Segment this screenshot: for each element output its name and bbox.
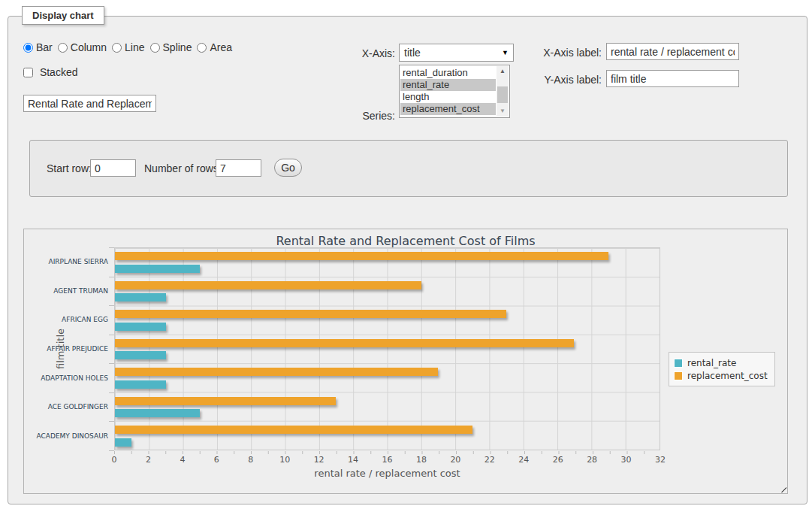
scroll-up-icon[interactable]: ▲ bbox=[497, 66, 509, 77]
bar-replacement_cost[interactable] bbox=[115, 310, 506, 318]
x-axis-tick-label: 0 bbox=[112, 455, 117, 465]
x-axis-tick-label: 12 bbox=[314, 455, 324, 465]
y-axis-tick bbox=[109, 247, 114, 248]
x-axis-tick-label: 10 bbox=[279, 455, 290, 465]
x-axis-title: rental rate / replacement cost bbox=[114, 468, 660, 479]
series-multiselect[interactable]: rental_durationrental_ratelengthreplacem… bbox=[399, 65, 510, 118]
bar-rental_rate[interactable] bbox=[115, 293, 166, 301]
bar-replacement_cost[interactable] bbox=[115, 281, 421, 289]
start-row-input[interactable] bbox=[90, 159, 136, 177]
x-axis-tick-label: 16 bbox=[382, 455, 393, 465]
chart-title: Rental Rate and Replacement Cost of Film… bbox=[24, 234, 787, 248]
chart-type-radio-area[interactable] bbox=[197, 43, 207, 53]
x-axis-tick-label: 20 bbox=[450, 455, 460, 465]
x-axis-minor-ticks bbox=[114, 451, 661, 454]
scroll-down-icon[interactable]: ▼ bbox=[497, 106, 509, 117]
chart-legend: rental_ratereplacement_cost bbox=[669, 352, 775, 386]
chart-type-radio-column[interactable] bbox=[58, 43, 68, 53]
x-axis-tick-label: 6 bbox=[214, 455, 219, 465]
chart-type-option-line: Line bbox=[112, 41, 144, 53]
bar-rental_rate[interactable] bbox=[115, 380, 166, 389]
chart-type-option-bar: Bar bbox=[23, 41, 53, 53]
row-range-panel: Start row: Number of rows: Go bbox=[29, 140, 788, 197]
chart-type-option-spline: Spline bbox=[150, 41, 192, 53]
series-option-length[interactable]: length bbox=[400, 91, 496, 103]
x-axis-label-input[interactable] bbox=[606, 43, 739, 60]
dropdown-arrow-icon: ▼ bbox=[502, 49, 509, 56]
chart-type-option-column: Column bbox=[58, 41, 107, 53]
legend-swatch-icon bbox=[674, 371, 683, 380]
series-list-label: Series: bbox=[324, 110, 395, 122]
x-axis-tick-label: 28 bbox=[587, 455, 597, 465]
x-axis-tick-label: 18 bbox=[416, 455, 427, 465]
bar-rental_rate[interactable] bbox=[115, 438, 131, 447]
chart-container: Rental Rate and Replacement Cost of Film… bbox=[23, 229, 788, 494]
x-axis-tick-label: 4 bbox=[180, 455, 185, 465]
resize-handle-icon[interactable] bbox=[777, 483, 786, 492]
bar-replacement_cost[interactable] bbox=[115, 339, 574, 347]
category-label: AFRICAN EGG bbox=[24, 315, 108, 324]
category-label: ACADEMY DINOSAUR bbox=[24, 432, 108, 441]
x-axis-select[interactable]: title ▼ bbox=[399, 44, 514, 62]
chart-type-radio-line[interactable] bbox=[112, 43, 122, 53]
number-of-rows-input[interactable] bbox=[216, 159, 261, 177]
bar-rental_rate[interactable] bbox=[115, 265, 200, 273]
bar-replacement_cost[interactable] bbox=[115, 397, 336, 405]
y-axis-tick bbox=[109, 363, 114, 364]
y-axis-tick bbox=[109, 335, 114, 335]
bar-replacement_cost[interactable] bbox=[115, 426, 472, 434]
y-axis-tick bbox=[109, 277, 114, 277]
go-button[interactable]: Go bbox=[274, 159, 302, 177]
bar-rental_rate[interactable] bbox=[115, 409, 200, 417]
bar-rental_rate[interactable] bbox=[115, 323, 166, 331]
chart-type-option-label: Column bbox=[71, 41, 107, 53]
y-axis-label-field-label: Y-Axis label: bbox=[519, 74, 602, 86]
chart-type-radio-spline[interactable] bbox=[150, 43, 160, 53]
stacked-option: Stacked bbox=[23, 66, 77, 78]
series-options: rental_durationrental_ratelengthreplacem… bbox=[400, 67, 496, 115]
chart-type-option-label: Spline bbox=[163, 41, 192, 53]
category-label: ACE GOLDFINGER bbox=[24, 402, 108, 411]
chart-type-radio-bar[interactable] bbox=[23, 43, 33, 53]
start-row-label: Start row: bbox=[47, 162, 92, 174]
x-axis-tick-label: 14 bbox=[348, 455, 358, 465]
stacked-label: Stacked bbox=[40, 66, 78, 78]
x-axis-tick-label: 26 bbox=[553, 455, 563, 465]
y-axis-tick bbox=[109, 305, 114, 306]
y-axis-tick bbox=[109, 421, 114, 422]
bar-rental_rate[interactable] bbox=[115, 351, 166, 359]
category-label: AIRPLANE SIERRA bbox=[24, 257, 108, 266]
category-label: AGENT TRUMAN bbox=[24, 286, 108, 295]
number-of-rows-label: Number of rows: bbox=[144, 162, 222, 174]
legend-label: rental_rate bbox=[687, 358, 736, 368]
x-axis-tick-label: 8 bbox=[248, 455, 253, 465]
chart-type-option-area: Area bbox=[197, 41, 232, 53]
chart-type-option-label: Line bbox=[125, 41, 144, 53]
x-axis-selected-value: title bbox=[404, 47, 421, 59]
stacked-checkbox[interactable] bbox=[23, 68, 33, 77]
legend-item-replacement_cost[interactable]: replacement_cost bbox=[674, 369, 768, 382]
bar-replacement_cost[interactable] bbox=[115, 252, 608, 260]
x-axis-tick-label: 22 bbox=[484, 455, 495, 465]
x-axis-select-label: X-Axis: bbox=[324, 47, 395, 59]
series-option-rental_duration[interactable]: rental_duration bbox=[400, 67, 496, 79]
legend-item-rental_rate[interactable]: rental_rate bbox=[674, 356, 768, 369]
y-axis-label-input[interactable] bbox=[606, 70, 739, 87]
scrollbar-thumb[interactable] bbox=[497, 86, 508, 103]
x-axis-label-field-label: X-Axis label: bbox=[519, 47, 602, 59]
chart-title-input[interactable] bbox=[23, 95, 156, 112]
x-axis-tick-label: 24 bbox=[518, 455, 529, 465]
y-axis-tick bbox=[109, 450, 114, 451]
listbox-scrollbar[interactable]: ▲ ▼ bbox=[497, 66, 509, 117]
legend-swatch-icon bbox=[674, 359, 683, 368]
chart-type-option-label: Area bbox=[210, 41, 232, 53]
bar-replacement_cost[interactable] bbox=[115, 368, 438, 376]
series-option-replacement_cost[interactable]: replacement_cost bbox=[400, 103, 496, 115]
category-label: ADAPTATION HOLES bbox=[24, 374, 108, 383]
category-label: AFFAIR PREJUDICE bbox=[24, 344, 108, 353]
legend-label: replacement_cost bbox=[687, 371, 768, 381]
chart-type-radio-group: BarColumnLineSplineArea bbox=[23, 41, 237, 53]
series-option-rental_rate[interactable]: rental_rate bbox=[400, 79, 496, 91]
chart-type-option-label: Bar bbox=[36, 41, 53, 53]
y-axis-tick bbox=[109, 392, 114, 393]
